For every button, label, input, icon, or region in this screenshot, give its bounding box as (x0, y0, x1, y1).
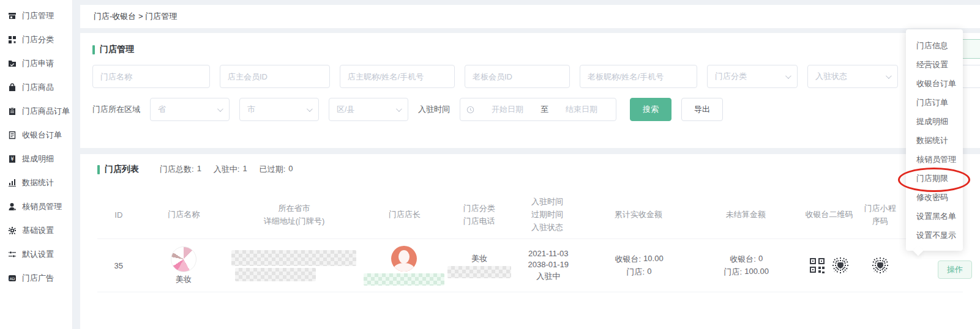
menu-item-blacklist[interactable]: 设置黑名单 (906, 207, 963, 226)
cell-category: 美妆 (447, 253, 511, 278)
list-title: 门店列表 (105, 164, 139, 175)
breadcrumb-text: 门店-收银台 > 门店管理 (94, 11, 177, 22)
sidebar-item-basic-settings[interactable]: 基础设置 (0, 218, 72, 242)
stat-active-value: 1 (242, 164, 247, 175)
join-time-label: 入驻时间 (418, 104, 450, 115)
miniprogram-code-icon[interactable] (831, 256, 850, 275)
sidebar-item-commission-detail[interactable]: ¥ 提成明细 (0, 147, 72, 171)
sidebar-item-cashier-orders[interactable]: 收银台订单 (0, 123, 72, 147)
row-action-button[interactable]: 操作 (938, 261, 972, 279)
city-select-value: 市 (247, 104, 255, 115)
sidebar-item-store-category[interactable]: 门店分类 (0, 28, 72, 51)
list-title-row: 门店列表 门店总数:1 入驻中:1 已过期:0 (97, 164, 963, 175)
table-row: 35 美妆 美妆 2021-11-03 2038-01-19 入驻中 (97, 238, 963, 292)
province-select-value: 省 (158, 104, 166, 115)
storefront-icon (8, 12, 17, 20)
chevron-down-icon (307, 106, 313, 112)
phone-redacted (447, 266, 511, 278)
user-icon (8, 202, 17, 211)
cell-received: 收银台:10.00 门店:0 (585, 254, 692, 278)
district-select[interactable]: 区/县 (329, 98, 408, 121)
title-accent-bar (92, 45, 95, 54)
menu-item-data-statistics[interactable]: 数据统计 (906, 131, 963, 150)
stat-active-label: 入驻中: (214, 164, 240, 175)
city-select[interactable]: 市 (239, 98, 319, 121)
stat-expired-label: 已过期: (260, 164, 286, 175)
sidebar-item-label: 门店广告 (22, 273, 54, 284)
sidebar-item-store-goods-orders[interactable]: 门店商品订单 (0, 99, 72, 123)
owner-member-id-input[interactable] (220, 65, 330, 88)
main-content: 门店-收银台 > 门店管理 门店管理 门店分类 入驻状态 是否连锁店 (73, 0, 980, 329)
cell-store-name: 美妆 (140, 246, 228, 285)
category-text: 美妆 (471, 253, 487, 264)
sidebar-item-store-manage[interactable]: 门店管理 (0, 4, 72, 28)
chevron-down-icon (396, 106, 402, 112)
menu-item-hide-store[interactable]: 设置不显示 (906, 226, 963, 245)
store-name-input[interactable] (92, 65, 210, 88)
entry-status-select[interactable]: 入驻状态 (807, 65, 898, 88)
menu-item-cashier-orders[interactable]: 收银台订单 (906, 74, 963, 93)
province-select[interactable]: 省 (150, 98, 230, 121)
start-date-placeholder: 开始日期 (479, 104, 536, 115)
boss-info-input[interactable] (580, 65, 697, 88)
menu-item-store-info[interactable]: 门店信息 (906, 36, 963, 55)
cell-cashier-qr (800, 256, 859, 275)
ad-icon: AD (8, 274, 17, 283)
menu-item-verifier-manage[interactable]: 核销员管理 (906, 150, 963, 169)
row-action-button-label: 操作 (947, 264, 963, 275)
menu-item-change-password[interactable]: 修改密码 (906, 188, 963, 207)
search-button[interactable]: 搜索 (630, 98, 671, 121)
stat-total-label: 门店总数: (160, 164, 194, 175)
filter-panel-title: 门店管理 (92, 44, 968, 55)
menu-item-store-term[interactable]: 门店期限 (906, 169, 963, 188)
table-header: ID 门店名称 所在省市 详细地址(门牌号) 门店店长 门店分类 门店电话 入驻… (97, 196, 963, 234)
menu-item-store-orders[interactable]: 门店订单 (906, 93, 963, 112)
col-unsettled: 未结算金额 (692, 209, 799, 220)
col-id: ID (97, 210, 140, 220)
sidebar-item-store-ads[interactable]: AD 门店广告 (0, 266, 72, 290)
action-dropdown-menu: 门店信息 经营设置 收银台订单 门店订单 提成明细 数据统计 核销员管理 门店期… (906, 29, 963, 251)
owner-info-input[interactable] (340, 65, 455, 88)
cell-mini-qr (859, 256, 902, 275)
boss-member-id-input[interactable] (465, 65, 570, 88)
col-times: 入驻时间 过期时间 入驻状态 (510, 196, 585, 233)
address-redacted (231, 250, 356, 266)
folder-check-icon (8, 59, 17, 68)
store-name-text: 美妆 (176, 274, 192, 285)
grid-icon (8, 35, 17, 44)
svg-text:¥: ¥ (10, 157, 13, 162)
sliders-icon (8, 250, 17, 259)
clock-icon (466, 106, 474, 114)
filter-row-1: 门店分类 入驻状态 是否连锁店 (92, 65, 968, 88)
menu-item-commission-detail[interactable]: 提成明细 (906, 112, 963, 131)
stat-total-value: 1 (197, 164, 201, 175)
export-button[interactable]: 导出 (681, 98, 723, 121)
sidebar-item-store-apply[interactable]: 门店申请 (0, 51, 72, 75)
col-address: 所在省市 详细地址(门牌号) (228, 203, 361, 227)
miniprogram-code-icon[interactable] (871, 256, 889, 275)
range-separator: 至 (540, 104, 548, 115)
stat-expired-value: 0 (288, 164, 293, 175)
sidebar-item-label: 默认设置 (22, 249, 54, 260)
store-logo-avatar[interactable] (171, 246, 196, 272)
chevron-down-icon (785, 73, 791, 79)
date-range-picker[interactable]: 开始日期 至 结束日期 (460, 98, 616, 121)
menu-item-business-settings[interactable]: 经营设置 (906, 55, 963, 74)
sidebar-item-store-goods[interactable]: 门店商品 (0, 75, 72, 99)
qr-code-icon[interactable] (809, 257, 825, 273)
page-title: 门店管理 (100, 44, 134, 55)
sidebar-item-default-settings[interactable]: 默认设置 (0, 242, 72, 266)
filter-panel: 门店管理 门店分类 入驻状态 是否连锁店 门店所在区域 省 (80, 33, 980, 148)
cell-times: 2021-11-03 2038-01-19 入驻中 (511, 249, 585, 282)
receipt-icon (8, 131, 17, 139)
sidebar-item-data-statistics[interactable]: 数据统计 (0, 171, 72, 194)
entry-status-select-value: 入驻状态 (815, 71, 847, 82)
manager-avatar[interactable] (391, 246, 417, 272)
sidebar-item-label: 门店分类 (22, 34, 54, 45)
sidebar-item-label: 门店商品 (22, 82, 54, 93)
sidebar-item-verifier-manage[interactable]: 核销员管理 (0, 194, 72, 218)
store-category-select[interactable]: 门店分类 (707, 65, 798, 88)
chart-icon (8, 179, 17, 187)
ledger-icon: ¥ (8, 155, 17, 163)
sidebar-item-label: 数据统计 (22, 177, 54, 188)
